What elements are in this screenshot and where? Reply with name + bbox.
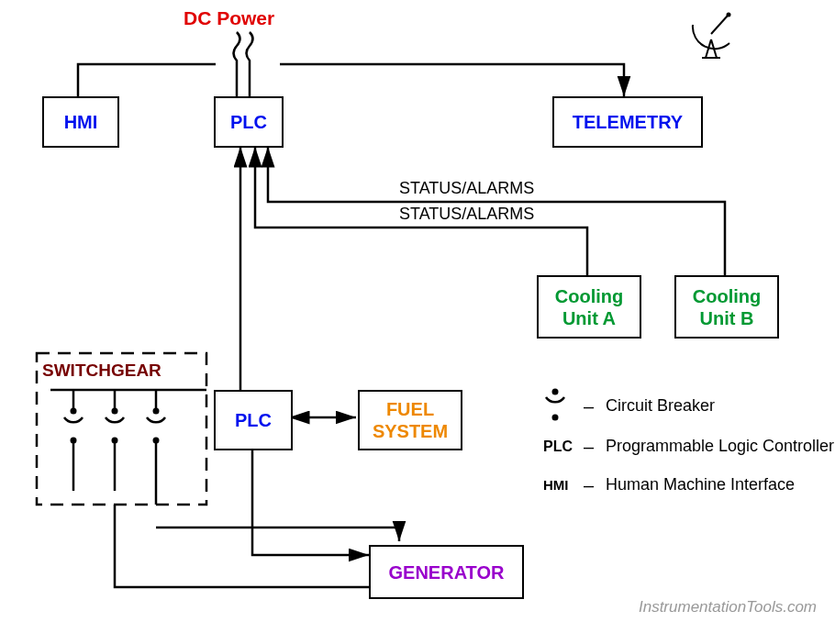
svg-point-9 (71, 438, 77, 444)
hmi-label: HMI (64, 111, 98, 133)
hmi-box: HMI (42, 96, 119, 148)
telemetry-box: TELEMETRY (552, 96, 703, 148)
plc-top-box: PLC (214, 96, 284, 148)
svg-line-0 (711, 16, 728, 34)
svg-point-20 (552, 389, 559, 395)
svg-point-16 (153, 408, 160, 415)
plc-bottom-box: PLC (214, 390, 293, 450)
svg-point-13 (112, 438, 118, 444)
fuel-system-box: FUEL SYSTEM (358, 390, 462, 450)
cooling-unit-a-box: Cooling Unit A (537, 275, 641, 339)
legend-hmi-dash: – (584, 475, 594, 496)
svg-line-2 (706, 39, 711, 58)
svg-point-12 (112, 408, 118, 415)
svg-point-1 (727, 13, 731, 17)
watermark: InstrumentationTools.com (639, 598, 817, 616)
legend-plc-desc: Programmable Logic Controller (606, 437, 834, 456)
legend-hmi-symbol: HMI (543, 477, 569, 493)
plc-bottom-label: PLC (235, 409, 272, 431)
legend-cb-desc: Circuit Breaker (606, 396, 715, 416)
generator-label: GENERATOR (389, 561, 505, 583)
svg-line-3 (711, 39, 717, 58)
status-alarms-1: STATUS/ALARMS (399, 179, 534, 198)
legend-cb-dash: – (584, 396, 594, 417)
svg-point-8 (71, 408, 77, 415)
telemetry-label: TELEMETRY (573, 111, 683, 133)
legend-hmi-desc: Human Machine Interface (606, 475, 795, 494)
cooling-b-label: Cooling Unit B (676, 285, 777, 329)
cooling-a-label: Cooling Unit A (539, 285, 640, 329)
svg-point-17 (153, 438, 160, 444)
cooling-unit-b-box: Cooling Unit B (674, 275, 779, 339)
plc-top-label: PLC (230, 111, 267, 133)
generator-box: GENERATOR (369, 545, 524, 599)
dc-power-label: DC Power (184, 7, 274, 29)
legend-plc-symbol: PLC (543, 439, 573, 455)
switchgear-label: SWITCHGEAR (42, 361, 161, 381)
svg-point-21 (552, 415, 559, 421)
fuel-system-label: FUEL SYSTEM (360, 398, 461, 442)
status-alarms-2: STATUS/ALARMS (399, 205, 534, 224)
legend-plc-dash: – (584, 437, 594, 458)
